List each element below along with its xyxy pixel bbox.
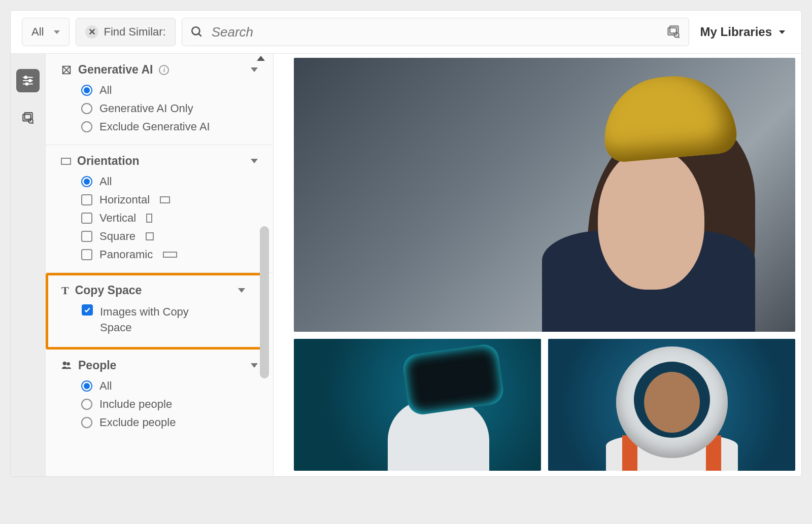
checkbox-option-vertical[interactable]: Vertical [81,212,258,225]
panoramic-icon [163,252,177,258]
chevron-down-icon [251,363,258,368]
filter-header-orientation[interactable]: Orientation [61,154,258,168]
filter-title: People [78,359,116,372]
option-label: Square [99,230,136,243]
checkbox-icon [81,194,92,205]
square-icon [146,232,154,240]
check-icon [84,306,91,313]
option-label: Generative AI Only [99,102,193,115]
orientation-icon [61,158,71,165]
my-libraries-button[interactable]: My Libraries [695,25,790,39]
info-icon[interactable]: i [159,65,169,75]
result-image-large[interactable] [294,58,795,332]
result-image-astronaut[interactable] [548,339,795,471]
svg-point-11 [26,83,28,85]
option-label: All [99,175,112,188]
svg-line-1 [198,33,201,36]
people-icon [61,360,72,371]
find-similar-label: Find Similar: [104,25,165,39]
checkbox-icon [82,304,93,316]
option-label: All [99,379,112,393]
chevron-down-icon [251,67,258,72]
filters-panel: Generative AI i All Generative AI Only E… [45,54,274,476]
radio-option-gen-only[interactable]: Generative AI Only [81,102,258,115]
option-label: Horizontal [99,193,150,206]
main-body: Generative AI i All Generative AI Only E… [11,54,801,476]
filter-header-people[interactable]: People [61,359,258,372]
sliders-icon [21,74,35,87]
image-placeholder-face [644,372,700,433]
filter-options-copy-space: Images with Copy Space [61,297,245,336]
search-field-container [182,18,689,46]
checkbox-option-panoramic[interactable]: Panoramic [81,248,258,261]
image-search-icon[interactable] [666,25,681,39]
svg-point-0 [192,27,199,34]
scrollbar-thumb[interactable] [260,226,269,378]
results-grid [274,54,801,476]
radio-option-all[interactable]: All [81,379,258,393]
image-search-icon [21,112,35,125]
filter-options-orientation: All Horizontal Vertical Square Panoramic [61,168,258,261]
option-label: Vertical [99,212,136,225]
checkbox-icon [81,249,92,260]
svg-point-20 [66,362,70,365]
checkbox-icon [81,231,92,242]
vertical-icon [146,214,152,223]
filter-header-copy-space[interactable]: T Copy Space [61,284,245,297]
app-frame: All ✕ Find Similar: My Libraries [10,10,802,477]
filter-options-generative-ai: All Generative AI Only Exclude Generativ… [61,77,258,133]
checkbox-option-horizontal[interactable]: Horizontal [81,193,258,206]
filter-title: Copy Space [75,284,142,297]
filter-options-people: All Include people Exclude people [61,372,258,429]
radio-icon [81,380,92,392]
chevron-down-icon [779,30,785,34]
chevron-down-icon [54,30,60,34]
option-label: Images with Copy Space [100,304,217,336]
text-icon: T [61,284,69,297]
chevron-down-icon [251,159,258,163]
chevron-down-icon [238,288,245,293]
radio-icon [81,103,92,114]
svg-point-9 [29,80,31,82]
filters-rail-button[interactable] [16,69,40,92]
search-icon [190,25,204,39]
svg-line-5 [678,37,679,38]
filter-section-copy-space: T Copy Space Images with Copy Space [46,273,263,350]
option-label: All [99,84,112,97]
option-label: Panoramic [99,248,153,261]
checkbox-option-square[interactable]: Square [81,230,258,243]
image-search-rail-button[interactable] [16,107,40,130]
radio-icon [81,121,92,132]
image-placeholder-vr-headset [401,342,505,416]
radio-icon [81,417,92,428]
category-dropdown[interactable]: All [22,18,70,46]
close-icon[interactable]: ✕ [85,25,98,39]
filter-header-generative-ai[interactable]: Generative AI i [61,63,258,77]
svg-point-7 [25,76,27,78]
image-placeholder-worker [480,72,755,332]
scroll-up-icon[interactable] [257,56,265,61]
filter-section-orientation: Orientation All Horizontal Vertical Squa… [46,145,273,273]
horizontal-icon [160,196,170,203]
radio-icon [81,176,92,187]
radio-option-all[interactable]: All [81,175,258,188]
svg-line-15 [32,123,33,124]
checkbox-option-copy-space[interactable]: Images with Copy Space [82,304,245,336]
generative-ai-icon [61,64,72,76]
radio-option-include-people[interactable]: Include people [81,398,258,411]
radio-option-all[interactable]: All [81,84,258,97]
category-dropdown-label: All [31,25,44,39]
filter-title: Orientation [77,154,140,168]
svg-point-19 [63,362,66,365]
option-label: Include people [99,398,172,411]
radio-option-exclude-gen[interactable]: Exclude Generative AI [81,120,258,133]
result-image-vr[interactable] [294,339,541,471]
radio-option-exclude-people[interactable]: Exclude people [81,416,258,429]
top-bar: All ✕ Find Similar: My Libraries [11,11,801,54]
filter-section-people: People All Include people Exclude people [46,350,273,440]
filter-section-generative-ai: Generative AI i All Generative AI Only E… [46,54,273,145]
search-input[interactable] [212,24,658,40]
find-similar-chip[interactable]: ✕ Find Similar: [76,18,175,46]
checkbox-icon [81,213,92,224]
my-libraries-label: My Libraries [700,25,772,39]
